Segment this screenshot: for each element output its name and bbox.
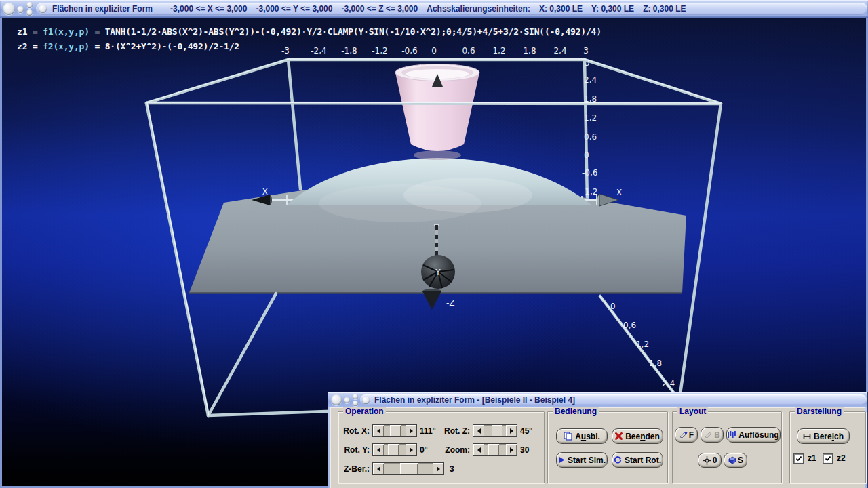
axis-tick-label: 1,8 (584, 94, 597, 104)
z-ber-label: Z-Ber.: (342, 464, 370, 474)
aufloesung-button[interactable]: Auflösung (726, 427, 781, 443)
scroll-right-button[interactable] (506, 425, 517, 436)
axis-scale-label: Achsskalierungseinheiten: (427, 4, 530, 14)
z-axis-tick-labels: 3 2,4 1,8 1,2 0,6 0 -0,6 -1,2 (582, 58, 597, 197)
z-neg-axis-label: -Z (446, 298, 455, 308)
arrow-right-icon (510, 447, 513, 453)
titlebar-pill-icon[interactable] (39, 5, 47, 13)
axis-tick-label: 0 (584, 150, 589, 160)
scroll-right-button[interactable] (406, 444, 416, 455)
resolution-bars-icon (728, 431, 736, 439)
zoom-scrollbar[interactable] (473, 443, 517, 456)
ausbl-button[interactable]: Ausbl. (556, 428, 608, 444)
rot-z-scrollbar[interactable] (473, 424, 517, 437)
y-range-label: -3,000 <= Y <= 3,000 (256, 4, 332, 14)
x-pos-axis-label: X (616, 188, 622, 197)
bereich-button[interactable]: Bereich (797, 428, 850, 444)
play-icon (558, 456, 565, 464)
rotate-icon (614, 456, 622, 464)
rot-z-label: Rot. Z: (441, 426, 470, 436)
titlebar-button-large[interactable] (331, 394, 342, 405)
paintbrush-icon (679, 431, 688, 439)
scroll-right-button[interactable] (506, 444, 517, 455)
z1-checkbox[interactable] (793, 453, 804, 464)
titlebar-button-top[interactable] (26, 2, 33, 8)
panel-titlebar-pill: Flächen in expliziter Form - [Beispiele … (360, 394, 867, 405)
titlebar-button-top[interactable] (353, 394, 358, 399)
layout-group: Layout F B Auflösung 0 (672, 411, 782, 483)
scroll-left-button[interactable] (473, 425, 484, 436)
scroll-thumb[interactable] (492, 425, 502, 436)
darstellung-group: Darstellung Bereich z1 z2 (789, 411, 866, 483)
arrow-right-icon (437, 466, 440, 472)
formula-display: z1 = f1(x,y,p) = TANH(1-1/2·ABS(X^2)-ABS… (17, 24, 601, 54)
beenden-button[interactable]: Beenden (612, 428, 663, 444)
y-axis-tick-labels: 0 0,6 1,2 1,8 2,4 (610, 302, 675, 388)
rot-x-label: Rot. X: (342, 426, 370, 436)
arrow-left-icon (377, 466, 380, 472)
scroll-right-button[interactable] (406, 425, 416, 436)
scroll-thumb[interactable] (488, 444, 499, 455)
axis-scale-y: Y: 0,300 LE (591, 4, 634, 14)
scroll-left-button[interactable] (373, 425, 384, 436)
hide-pages-icon (564, 432, 572, 441)
z-range-label: -3,000 <= Z <= 3,000 (341, 4, 418, 14)
axis-tick-label: 2,4 (584, 75, 597, 85)
axis-tick-label: 0,6 (584, 132, 597, 142)
origin-button[interactable]: 0 (698, 453, 722, 468)
range-bracket-icon (803, 433, 811, 440)
scroll-thumb[interactable] (400, 463, 418, 474)
crosshair-icon (703, 456, 711, 465)
arrow-right-icon (510, 428, 513, 434)
main-titlebar-pill: Flächen in expliziter Form -3,000 <= X <… (36, 3, 867, 15)
group-title: Bedienung (553, 407, 599, 416)
axis-tick-label: 1,8 (649, 359, 662, 368)
start-sim-button[interactable]: Start Sim. (556, 452, 608, 468)
z-ber-scrollbar[interactable] (372, 462, 444, 475)
b-button[interactable]: B (701, 427, 724, 443)
group-title: Layout (677, 407, 708, 416)
farben-button[interactable]: F (675, 427, 698, 443)
axis-tick-label: 2,4 (662, 379, 675, 388)
start-rot-button[interactable]: Start Rot. (612, 452, 663, 468)
z2-checkbox-label: z2 (837, 453, 846, 463)
axis-tick-label: 3 (585, 58, 590, 68)
z2-checkbox[interactable] (823, 453, 833, 464)
titlebar-button-large[interactable] (3, 3, 15, 15)
rot-y-scrollbar[interactable] (372, 443, 417, 456)
close-x-icon (615, 432, 623, 440)
panel-window-title: Flächen in expliziter Form - [Beispiele … (374, 395, 575, 405)
titlebar-button-small[interactable] (344, 397, 350, 403)
box-3d-icon (728, 456, 736, 464)
z-neg-arrow-icon (422, 291, 441, 310)
window-title: Flächen in expliziter Form (52, 4, 153, 14)
z1-checkbox-label: z1 (808, 453, 816, 463)
rot-x-value: 111° (420, 426, 441, 436)
check-icon (825, 455, 831, 462)
axis-tick-label: -1,2 (582, 187, 597, 197)
main-titlebar: Flächen in expliziter Form -3,000 <= X <… (0, 0, 868, 18)
scroll-left-button[interactable] (473, 444, 484, 455)
arrow-left-icon (477, 447, 481, 453)
zoom-label: Zoom: (441, 445, 470, 455)
rot-z-value: 45° (520, 426, 532, 436)
titlebar-button-bottom[interactable] (353, 401, 358, 406)
titlebar-button-bottom[interactable] (26, 9, 33, 16)
scroll-right-button[interactable] (433, 463, 443, 474)
rot-y-label: Rot. Y: (342, 445, 370, 455)
scroll-thumb[interactable] (388, 444, 399, 455)
arrow-right-icon (410, 428, 413, 434)
titlebar-button-small[interactable] (17, 6, 24, 13)
axis-tick-label: 0,6 (623, 321, 636, 330)
scroll-left-button[interactable] (373, 444, 384, 455)
s-button[interactable]: S (724, 453, 747, 468)
scroll-left-button[interactable] (373, 463, 384, 474)
rot-x-scrollbar[interactable] (372, 424, 417, 437)
z-neg-arrow (422, 289, 441, 310)
titlebar-pill-icon[interactable] (362, 396, 370, 404)
scroll-thumb[interactable] (390, 425, 401, 436)
operation-group: Operation Rot. X: 111° Rot. Z: (338, 411, 545, 483)
arrow-right-icon (410, 447, 413, 453)
panel-body: Operation Rot. X: 111° Rot. Z: (330, 407, 865, 488)
bedienung-group: Bedienung Ausbl. Beenden Start Sim. Star… (547, 411, 668, 483)
